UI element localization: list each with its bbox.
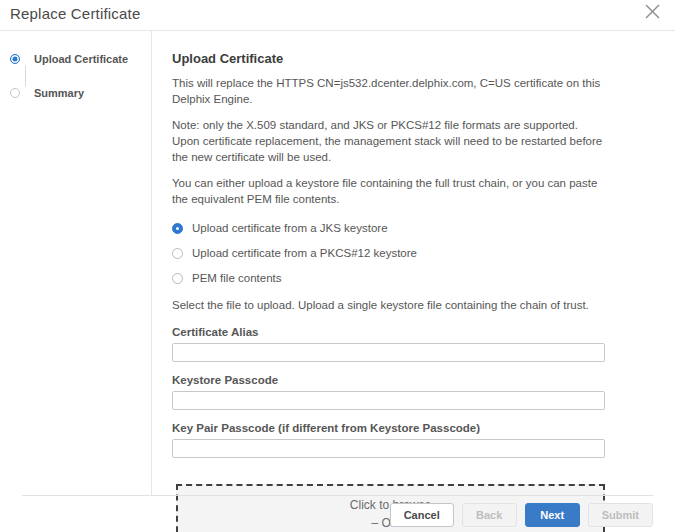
file-select-instruction: Select the file to upload. Upload a sing… [172,297,605,313]
keystore-passcode-label: Keystore Passcode [172,374,605,386]
replace-certificate-dialog: Replace Certificate Upload Certificate S… [0,0,675,532]
radio-label: Upload certificate from a JKS keystore [192,222,388,234]
upload-instruction-text: You can either upload a keystore file co… [172,175,605,208]
radio-jks-keystore[interactable]: Upload certificate from a JKS keystore [172,222,605,234]
step-content: Upload Certificate This will replace the… [152,31,675,495]
next-button[interactable]: Next [525,503,580,527]
certificate-alias-field-block: Certificate Alias [172,326,605,362]
radio-pem-contents[interactable]: PEM file contents [172,272,605,284]
step-active-dot-icon [10,54,20,64]
back-button[interactable]: Back [462,503,517,527]
submit-button[interactable]: Submit [588,503,653,527]
stepper-connector [25,66,26,86]
radio-selected-icon [172,223,183,234]
radio-unselected-icon [172,273,183,284]
dialog-body: Upload Certificate Summary Upload Certif… [0,31,675,495]
cancel-button[interactable]: Cancel [390,503,454,527]
radio-pkcs12-keystore[interactable]: Upload certificate from a PKCS#12 keysto… [172,247,605,259]
keystore-passcode-field-block: Keystore Passcode [172,374,605,410]
radio-label: PEM file contents [192,272,281,284]
radio-label: Upload certificate from a PKCS#12 keysto… [192,247,417,259]
keypair-passcode-label: Key Pair Passcode (if different from Key… [172,422,605,434]
stepper-item-upload-certificate[interactable]: Upload Certificate [10,53,151,65]
wizard-stepper: Upload Certificate Summary [0,31,152,495]
content-heading: Upload Certificate [172,51,605,66]
intro-text: This will replace the HTTPS CN=js532.dce… [172,75,605,108]
dialog-footer: Cancel Back Next Submit [22,495,653,532]
close-icon[interactable] [644,3,661,20]
certificate-alias-label: Certificate Alias [172,326,605,338]
keypair-passcode-field-block: Key Pair Passcode (if different from Key… [172,422,605,458]
format-note-text: Note: only the X.509 standard, and JKS o… [172,117,605,166]
keystore-passcode-input[interactable] [172,391,605,410]
dialog-header: Replace Certificate [0,0,675,31]
radio-unselected-icon [172,248,183,259]
step-pending-dot-icon [10,88,20,98]
dialog-title: Replace Certificate [10,5,141,22]
step-label: Upload Certificate [34,53,128,65]
stepper-item-summary[interactable]: Summary [10,87,151,99]
certificate-source-radio-group: Upload certificate from a JKS keystore U… [172,222,605,284]
certificate-alias-input[interactable] [172,343,605,362]
step-label: Summary [34,87,84,99]
keypair-passcode-input[interactable] [172,439,605,458]
